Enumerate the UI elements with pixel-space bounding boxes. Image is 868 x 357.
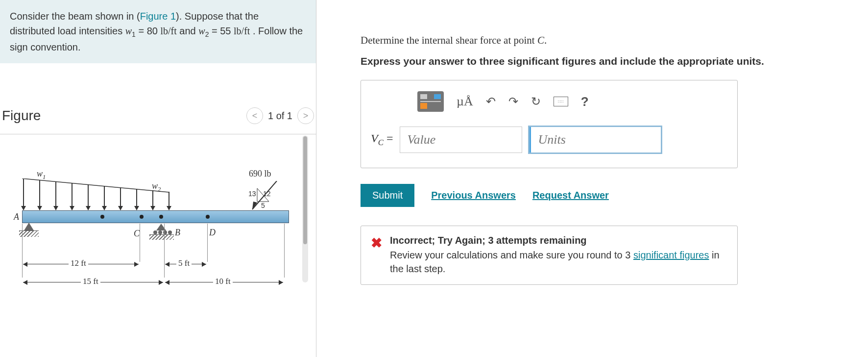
value-input[interactable] [400,127,522,153]
figure-title: Figure [2,108,41,124]
var-c: C [537,34,544,46]
problem-intro: Consider the beam shown in (Figure 1). S… [0,0,316,63]
submit-button[interactable]: Submit [361,184,414,207]
label-c: C [134,229,140,239]
w1-units: lb/ft [160,26,176,36]
label-a: A [14,212,19,222]
figure-link[interactable]: Figure 1 [140,11,176,22]
feedback-box: ✖ Incorrect; Try Again; 3 attempts remai… [361,226,738,285]
answer-box: µÅ ↶ ↷ ↻ ∷∷ ? VC = [361,80,738,168]
beam-diagram: w1 w2 A C B D 690 lb 13 12 5 [12,154,304,291]
request-answer-link[interactable]: Request Answer [532,190,609,201]
figure-prev-button[interactable]: < [246,107,263,124]
intro-text: and [177,26,198,36]
sig-figures-link[interactable]: significant figures [633,250,709,260]
keyboard-icon[interactable]: ∷∷ [554,97,568,106]
incorrect-icon: ✖ [371,235,382,276]
var-w2: w [198,26,205,36]
dim-15ft: 15 ft [81,277,100,286]
feedback-title: Incorrect; Try Again; 3 attempts remaini… [390,235,727,246]
label-d: D [209,228,216,238]
intro-text: Consider the beam shown in ( [10,11,140,22]
units-input[interactable] [529,127,661,153]
dim-10ft: 10 ft [213,277,233,286]
vc-label: VC = [371,132,393,148]
feedback-body: Review your calculations and make sure y… [390,248,727,276]
redo-icon[interactable]: ↷ [508,95,518,108]
label-force: 690 lb [249,169,271,179]
var-w1: w [125,26,132,36]
var-w1-sub: 1 [132,30,136,38]
dim-5ft: 5 ft [176,258,192,268]
templates-button[interactable] [417,91,444,112]
dim-12ft: 12 ft [69,258,88,268]
reset-icon[interactable]: ↻ [531,95,541,108]
tri-12: 12 [263,190,271,198]
tri-5: 5 [261,202,265,209]
w2-units: lb/ft [234,26,250,36]
figure-counter: 1 of 1 [268,110,292,122]
roller-support-b [149,224,174,237]
tri-13: 13 [248,190,256,198]
help-icon[interactable]: ? [581,94,589,109]
label-b: B [175,228,180,238]
w1-val: = 80 [136,26,161,36]
label-w1: w [37,169,43,178]
units-button[interactable]: µÅ [457,94,473,109]
svg-marker-1 [252,202,257,209]
instruction-text: Express your answer to three significant… [361,55,848,67]
w2-val: = 55 [209,26,234,36]
question-prompt: Determine the internal shear force at po… [361,34,848,47]
label-w2: w [152,181,158,191]
undo-icon[interactable]: ↶ [486,95,496,108]
figure-next-button[interactable]: > [297,107,314,124]
previous-answers-link[interactable]: Previous Answers [431,190,516,201]
